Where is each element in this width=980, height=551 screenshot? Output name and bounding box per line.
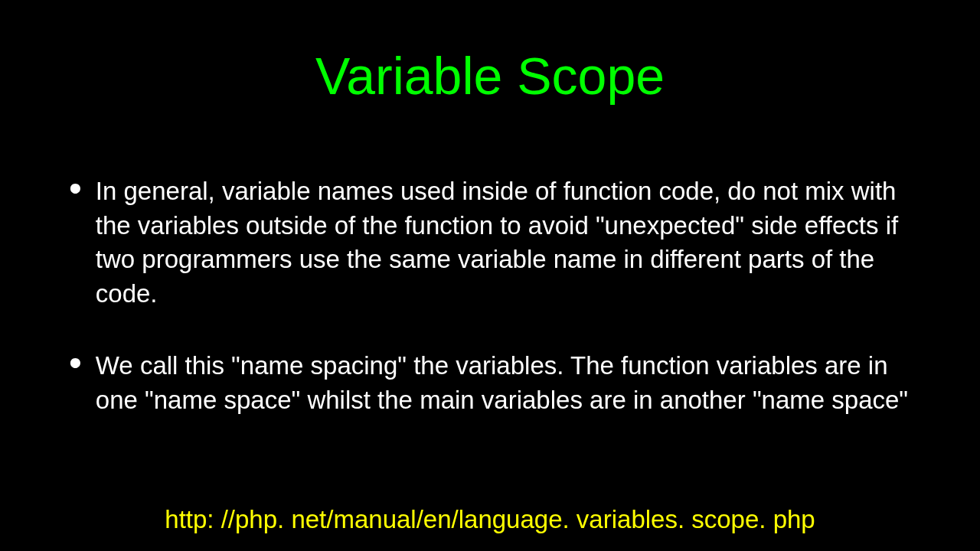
reference-link: http: //php. net/manual/en/language. var… (0, 505, 980, 534)
slide-title: Variable Scope (0, 0, 980, 106)
bullet-icon: • (69, 344, 82, 381)
bullet-item: • In general, variable names used inside… (69, 174, 919, 311)
bullet-text: We call this "name spacing" the variable… (96, 349, 919, 417)
bullet-text: In general, variable names used inside o… (96, 174, 919, 311)
bullet-item: • We call this "name spacing" the variab… (69, 349, 919, 417)
slide-content: • In general, variable names used inside… (0, 106, 980, 417)
bullet-icon: • (69, 170, 82, 207)
slide: Variable Scope • In general, variable na… (0, 0, 980, 551)
